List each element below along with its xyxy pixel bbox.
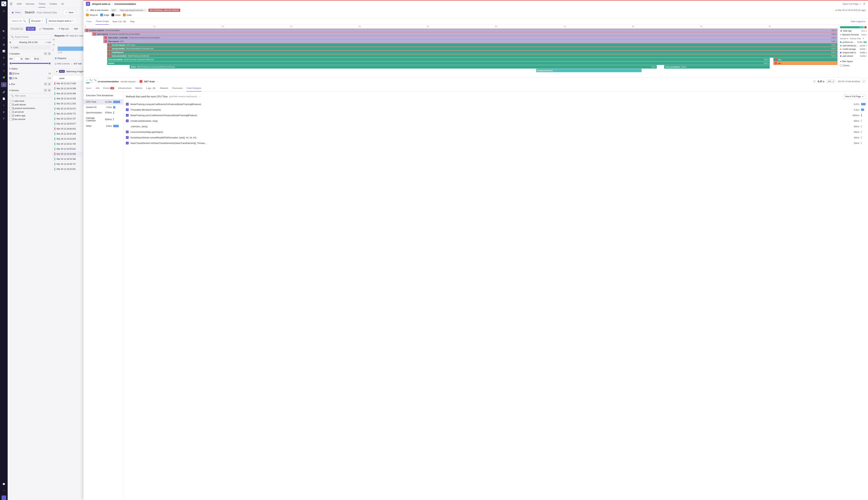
plugins-icon[interactable]: 🧩: [2, 76, 5, 79]
legend-service[interactable]: auth-dotnet1.51%: [840, 55, 867, 57]
close-icon[interactable]: ✕: [48, 52, 51, 55]
service-filter-input[interactable]: 🔍Filter values: [9, 93, 51, 98]
close-icon[interactable]: ✕: [863, 2, 866, 6]
tab-code-hotspots[interactable]: Code Hotspots: [186, 85, 201, 91]
zoom-in-icon[interactable]: 🔍+: [89, 78, 93, 82]
viz-toplist[interactable]: ≡ Top List: [57, 27, 70, 31]
legend-service[interactable]: product-recom…73.6%: [840, 41, 867, 43]
popout-icon[interactable]: ⤢: [862, 80, 866, 83]
duration-slider[interactable]: [10, 63, 50, 64]
tab-span-list[interactable]: Span List40: [112, 19, 127, 24]
flame-span[interactable]: !trace.annotationModelTraining.trainMode…: [107, 54, 837, 58]
monitors-icon[interactable]: ◎: [2, 62, 5, 66]
expand-icon[interactable]: +: [126, 120, 129, 122]
flame-span[interactable]: !tra…: [773, 58, 837, 61]
filter-icon[interactable]: ▽: [44, 52, 47, 55]
flame-span[interactable]: worker8.62 s: [107, 61, 770, 65]
ci-icon[interactable]: ◐: [2, 110, 5, 114]
flame-span[interactable]: !rack.requestProductsController#recommen…: [92, 32, 837, 36]
service-check[interactable]: web-store-: [9, 99, 51, 103]
filter-spans-toggle[interactable]: ▾ Filter Spans: [840, 60, 867, 63]
method-row[interactable]: +.unknown_Java()60ms: [126, 124, 866, 129]
hotspot-category[interactable]: Other8.81s: [86, 123, 121, 129]
context-tag[interactable]: India: [123, 13, 132, 16]
method-row[interactable]: +Unsafe.park(boolean, long)90ms: [126, 118, 866, 124]
service-check[interactable]: ad-server-: [9, 110, 51, 114]
logs-icon[interactable]: 📄: [2, 97, 5, 100]
expand-icon[interactable]: +: [126, 103, 129, 105]
select-tool[interactable]: ▭: [85, 78, 89, 82]
hotspot-category[interactable]: Socket I/O3.31s: [86, 104, 121, 110]
tab-processes[interactable]: Processes: [172, 85, 183, 91]
tab-map[interactable]: Map: [130, 19, 135, 24]
filter-errors-check[interactable]: Errors: [840, 64, 867, 67]
chat-icon[interactable]: 💬: [2, 482, 5, 486]
add-facet[interactable]: + Add: [45, 41, 51, 44]
traces-icon[interactable]: ≡: [1, 82, 7, 87]
nav-services[interactable]: Services: [26, 1, 34, 7]
view-full-page-button[interactable]: View in Full Page ⤢: [843, 94, 866, 99]
help-icon[interactable]: ?: [2, 489, 5, 492]
service-check[interactable]: auth-dotnet-: [9, 103, 51, 106]
hamburger-icon[interactable]: ☰: [10, 2, 12, 6]
close-icon[interactable]: ✕: [48, 82, 51, 86]
hide-legend-button[interactable]: Hide Legend ▸: [851, 20, 866, 23]
hotspot-category[interactable]: Synchronization978ms: [86, 110, 121, 115]
dashboard-icon[interactable]: ▦: [2, 43, 5, 46]
menu-icon[interactable]: ☰: [2, 9, 5, 13]
min-input[interactable]: [14, 57, 24, 61]
tab-info[interactable]: Info: [96, 85, 100, 91]
expand-icon[interactable]: +: [126, 142, 129, 145]
flame-span[interactable]: !up…: [773, 61, 837, 65]
service-name[interactable]: shopist-web-ui: [92, 2, 110, 5]
service-check[interactable]: orders-app-: [9, 114, 51, 117]
datadog-logo[interactable]: 🐾: [1, 1, 6, 6]
hotspot-category[interactable]: Garbage Collection830ms: [86, 115, 121, 123]
settings-icon[interactable]: ⚙: [2, 117, 5, 120]
filter-service[interactable]: Service:shopist-web-ui✕: [46, 19, 76, 23]
expand-icon[interactable]: +: [126, 136, 129, 139]
metrics-icon[interactable]: 📊: [2, 49, 5, 53]
method-row[interactable]: +ConcurrentHashMap.get(Object)50ms: [126, 129, 866, 135]
method-row[interactable]: +ModelTraining.computeCoefficientsOnFeat…: [126, 101, 866, 107]
apm-icon[interactable]: ⟳: [2, 69, 5, 72]
tab-errors[interactable]: Errors10: [103, 85, 114, 91]
close-icon[interactable]: ✕: [48, 89, 51, 92]
expand-icon[interactable]: +: [126, 130, 129, 133]
url-badge[interactable]: https://api.shopist.io/recommen...: [119, 9, 147, 12]
facet-status-header[interactable]: ▾ Status: [9, 67, 51, 71]
search-icon[interactable]: 🔍: [2, 30, 5, 33]
filter-icon[interactable]: ▽: [44, 82, 47, 86]
core-header[interactable]: ▾CORE: [9, 45, 51, 50]
expand-icon[interactable]: +: [126, 108, 129, 111]
context-tag[interactable]: Linux: [112, 13, 121, 16]
hide-controls-button[interactable]: ◫ Hide Controls: [55, 62, 70, 65]
service-check[interactable]: fax-service-: [9, 117, 51, 121]
service-dropdown[interactable]: Service ▾: [840, 37, 848, 39]
flame-span[interactable]: !spring.handlerRecommendationController.…: [107, 47, 837, 50]
hotspot-category[interactable]: CPU Time11.53s: [83, 99, 123, 104]
legend-service[interactable]: auth-dotnet-po…13.1%: [840, 44, 867, 47]
method-row[interactable]: +SocketInputStream.socketRead0(FileDescr…: [126, 135, 866, 140]
rum-icon[interactable]: ⚛: [2, 103, 5, 107]
nav-apm[interactable]: APM: [17, 1, 22, 7]
viz-table[interactable]: Tabl: [72, 27, 80, 31]
flame-span[interactable]: trace.annotationMode…: [664, 65, 769, 69]
infra-icon[interactable]: ⚙: [2, 56, 5, 59]
max-input[interactable]: [31, 57, 40, 61]
legend-service[interactable]: shopist-web-ui4.53%: [840, 52, 867, 54]
flame-span[interactable]: postgresql.query…: [536, 69, 642, 72]
status-ok-check[interactable]: Ok339: [9, 76, 51, 80]
filter-env[interactable]: Env:prod✕: [29, 19, 45, 23]
facet-service-header[interactable]: ▾ Service▽✕: [9, 88, 51, 92]
tab-logs[interactable]: Logs30: [146, 85, 156, 91]
remove-filter-icon[interactable]: ✕: [42, 20, 43, 22]
method-row[interactable]: +Throwable.fillInStackTrace(int)3.91s: [126, 107, 866, 113]
facet-search[interactable]: 🔍Search facets: [9, 34, 51, 39]
flame-span[interactable]: !rails.action_controllerProductsControll…: [103, 36, 837, 39]
flame-span[interactable]: !http.requestGET9.38 s: [103, 39, 837, 43]
flame-span[interactable]: trace.annotationModelTraining.computeCoe…: [107, 58, 770, 61]
flame-span[interactable]: !trainRequest9.37 s: [107, 50, 837, 54]
tab-network[interactable]: Network: [160, 85, 168, 91]
arrow-right-icon[interactable]: →: [198, 95, 201, 98]
